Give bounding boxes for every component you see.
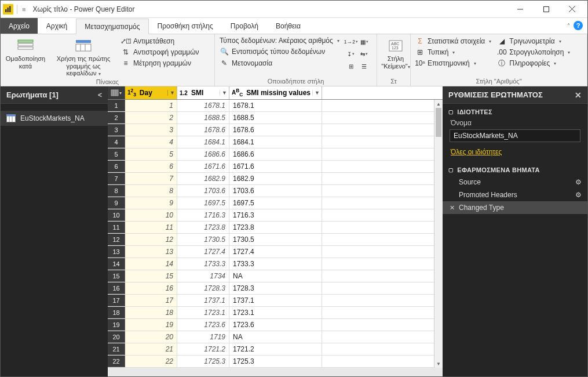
row-number[interactable]: 5 bbox=[108, 148, 125, 160]
cell-missing[interactable]: 1723.8 bbox=[229, 222, 322, 233]
select-all-corner[interactable]: ▾ bbox=[108, 86, 125, 99]
table-row[interactable]: 12121730.51730.5 bbox=[108, 234, 443, 246]
row-number[interactable]: 6 bbox=[108, 161, 125, 172]
row-number[interactable]: 16 bbox=[108, 282, 125, 294]
cell-missing[interactable]: 1725.3 bbox=[229, 356, 322, 367]
table-row[interactable]: 771682.91682.9 bbox=[108, 173, 443, 185]
cell-day[interactable]: 21 bbox=[125, 343, 177, 355]
row-number[interactable]: 19 bbox=[108, 319, 125, 331]
cell-missing[interactable]: 1733.3 bbox=[229, 258, 322, 270]
cell-missing[interactable]: 1678.1 bbox=[229, 100, 322, 111]
minimize-button[interactable] bbox=[507, 1, 533, 17]
row-number[interactable]: 21 bbox=[108, 343, 125, 355]
scientific-button[interactable]: 10ⁿΕπιστημονική▾ bbox=[415, 59, 491, 68]
tab-transform[interactable]: Μετασχηματισμός bbox=[76, 19, 148, 34]
filter-dropdown-icon[interactable]: ▼ bbox=[312, 90, 322, 96]
cell-day[interactable]: 13 bbox=[125, 246, 177, 258]
fill-button[interactable]: ↧▾ bbox=[345, 49, 357, 59]
information-button[interactable]: ⓘΠληροφορίες▾ bbox=[497, 59, 570, 68]
row-number[interactable]: 4 bbox=[108, 136, 125, 148]
gear-icon[interactable]: ⚙ bbox=[575, 191, 582, 199]
text-column-button[interactable]: ABC123 Στήλη "Κείμενο"▾ bbox=[382, 37, 410, 70]
cell-day[interactable]: 9 bbox=[125, 197, 177, 209]
cell-day[interactable]: 7 bbox=[125, 173, 177, 184]
vertical-scrollbar[interactable]: ▲ ▼ bbox=[434, 100, 443, 368]
pivot-button[interactable]: ⊞ bbox=[345, 61, 357, 71]
cell-day[interactable]: 1 bbox=[125, 100, 177, 111]
cell-missing[interactable]: 1671.6 bbox=[229, 161, 322, 172]
column-header-smi[interactable]: 1.2 SMI ▼ bbox=[177, 86, 229, 99]
cell-smi[interactable]: 1682.9 bbox=[177, 173, 229, 184]
query-item[interactable]: EuStockMarkets_NA bbox=[1, 111, 108, 126]
cell-missing[interactable]: 1737.1 bbox=[229, 295, 322, 306]
cell-smi[interactable]: 1723.6 bbox=[177, 319, 229, 331]
reverse-rows-button[interactable]: ⇅Αντιστροφή γραμμών bbox=[121, 48, 199, 57]
qat-dropdown[interactable]: ≡ bbox=[20, 6, 28, 13]
column-header-day[interactable]: 123 Day ▼ bbox=[125, 86, 177, 99]
tab-view[interactable]: Προβολή bbox=[222, 18, 267, 34]
row-number[interactable]: 13 bbox=[108, 246, 125, 258]
cell-smi[interactable]: 1686.6 bbox=[177, 148, 229, 160]
close-settings-icon[interactable]: ✕ bbox=[575, 90, 582, 100]
table-row[interactable]: 16161728.31728.3 bbox=[108, 282, 443, 295]
tab-home[interactable]: Αρχική bbox=[38, 18, 76, 34]
cell-smi[interactable]: 1678.6 bbox=[177, 124, 229, 136]
cell-smi[interactable]: 1703.6 bbox=[177, 185, 229, 197]
cell-missing[interactable]: 1727.4 bbox=[229, 246, 322, 258]
filter-dropdown-icon[interactable]: ▼ bbox=[167, 90, 177, 96]
scroll-down-icon[interactable]: ▼ bbox=[434, 360, 443, 368]
cell-smi[interactable]: 1688.5 bbox=[177, 112, 229, 124]
row-number[interactable]: 10 bbox=[108, 209, 125, 221]
table-row[interactable]: 13131727.41727.4 bbox=[108, 246, 443, 258]
filter-dropdown-icon[interactable]: ▼ bbox=[220, 90, 229, 96]
table-row[interactable]: 17171737.11737.1 bbox=[108, 295, 443, 307]
cell-missing[interactable]: 1682.9 bbox=[229, 173, 322, 184]
cell-day[interactable]: 14 bbox=[125, 258, 177, 270]
table-row[interactable]: 221688.51688.5 bbox=[108, 112, 443, 124]
tab-help[interactable]: Βοήθεια bbox=[267, 18, 309, 34]
row-number[interactable]: 14 bbox=[108, 258, 125, 270]
cell-day[interactable]: 5 bbox=[125, 148, 177, 160]
cell-missing[interactable]: NA bbox=[229, 331, 322, 343]
cell-day[interactable]: 6 bbox=[125, 161, 177, 172]
cell-missing[interactable]: 1684.1 bbox=[229, 136, 322, 148]
cell-missing[interactable]: 1686.6 bbox=[229, 148, 322, 160]
close-button[interactable] bbox=[559, 1, 585, 17]
collapse-queries-icon[interactable]: < bbox=[98, 91, 102, 99]
cell-day[interactable]: 16 bbox=[125, 282, 177, 294]
table-row[interactable]: 10101716.31716.3 bbox=[108, 209, 443, 222]
table-row[interactable]: 441684.11684.1 bbox=[108, 136, 443, 148]
cell-missing[interactable]: 1678.6 bbox=[229, 124, 322, 136]
statistics-button[interactable]: ΣΣτατιστικά στοιχεία▾ bbox=[415, 37, 491, 46]
first-row-headers-button[interactable]: Χρήση της πρώτης γραμμής ως κεφαλίδων ▾ bbox=[52, 37, 115, 77]
gear-icon[interactable]: ⚙ bbox=[575, 178, 582, 186]
row-number[interactable]: 15 bbox=[108, 270, 125, 282]
cell-smi[interactable]: 1733.3 bbox=[177, 258, 229, 270]
properties-section[interactable]: ▢ΙΔΙΟΤΗΤΕΣ bbox=[443, 104, 587, 118]
table-row[interactable]: 111678.11678.1 bbox=[108, 100, 443, 112]
cell-smi[interactable]: 1728.3 bbox=[177, 282, 229, 294]
row-number[interactable]: 18 bbox=[108, 307, 125, 318]
step-source[interactable]: Source⚙ bbox=[443, 176, 587, 188]
detect-type-button[interactable]: 🔍Εντοπισμός τύπου δεδομένων bbox=[220, 47, 339, 56]
all-properties-link[interactable]: Όλες οι ιδιότητες bbox=[443, 146, 587, 162]
cell-missing[interactable]: 1721.2 bbox=[229, 343, 322, 355]
move-button[interactable]: ⇆▾ bbox=[359, 49, 370, 59]
row-number[interactable]: 9 bbox=[108, 197, 125, 209]
table-row[interactable]: 14141733.31733.3 bbox=[108, 258, 443, 270]
table-row[interactable]: 20201719NA bbox=[108, 331, 443, 343]
step-promoted-headers[interactable]: Promoted Headers⚙ bbox=[443, 188, 587, 201]
row-number[interactable]: 2 bbox=[108, 112, 125, 124]
row-number[interactable]: 8 bbox=[108, 185, 125, 197]
row-number[interactable]: 20 bbox=[108, 331, 125, 343]
tab-add-column[interactable]: Προσθήκη στήλης bbox=[149, 18, 222, 34]
cell-smi[interactable]: 1671.6 bbox=[177, 161, 229, 172]
cell-day[interactable]: 4 bbox=[125, 136, 177, 148]
table-row[interactable]: 15151734NA bbox=[108, 270, 443, 282]
data-type-button[interactable]: Τύπος δεδομένων: Ακέραιος αριθμός▾ bbox=[220, 37, 339, 45]
unpivot-button[interactable]: ▦▾ bbox=[359, 37, 370, 47]
cell-day[interactable]: 11 bbox=[125, 222, 177, 233]
delete-step-icon[interactable]: ✕ bbox=[450, 204, 455, 212]
rename-button[interactable]: ✎Μετονομασία bbox=[220, 59, 339, 68]
row-number[interactable]: 17 bbox=[108, 295, 125, 306]
